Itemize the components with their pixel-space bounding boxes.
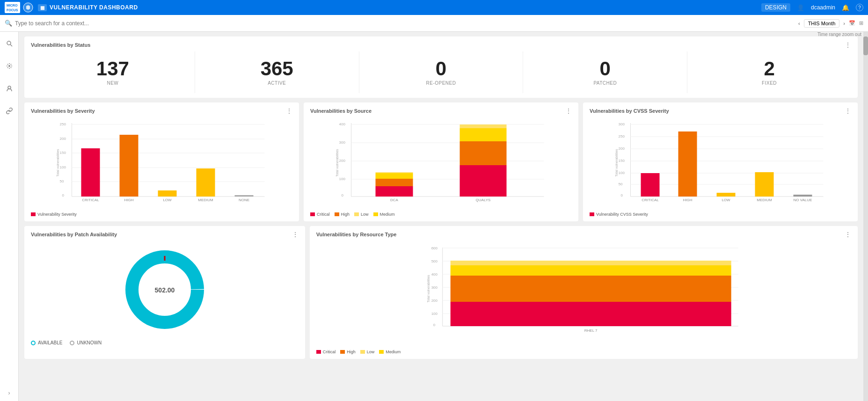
sidebar-icon-search[interactable]	[2, 36, 16, 51]
dashboard-content: Vulnerabilities by Status ⋮ 137 NEW 365 …	[19, 32, 863, 401]
resource-rhel7-high[interactable]	[450, 276, 731, 302]
legend-cvss: Vulnerability CVSS Severity	[590, 212, 648, 217]
filter-icon[interactable]: ⊞	[859, 20, 863, 26]
next-arrow[interactable]: ›	[843, 21, 845, 26]
source-qualys-low[interactable]	[460, 128, 507, 141]
source-qualys-high[interactable]	[460, 141, 507, 165]
svg-rect-40	[335, 212, 339, 216]
svg-rect-41	[354, 212, 359, 216]
svg-point-3	[8, 65, 10, 67]
svg-text:300: 300	[619, 122, 625, 126]
svg-text:0: 0	[433, 323, 435, 327]
status-new-value: 137	[96, 59, 129, 79]
source-qualys-medium[interactable]	[460, 124, 507, 128]
resource-rhel7-low[interactable]	[450, 261, 731, 265]
microfocus-logo: MICROFOCUS	[5, 2, 20, 13]
legend-cvss-label: Vulnerability CVSS Severity	[596, 212, 648, 217]
sidebar-expand-button[interactable]: ›	[8, 390, 10, 396]
severity-chart-menu[interactable]: ⋮	[286, 107, 292, 115]
svg-text:100: 100	[619, 171, 625, 175]
svg-text:300: 300	[431, 285, 438, 290]
cvss-bar-novalue[interactable]	[794, 195, 812, 197]
status-cards: 137 NEW 365 ACTIVE 0 RE-OPENED 0 PATCHED…	[31, 51, 851, 93]
svg-text:300: 300	[339, 140, 346, 145]
legend-severity-label: Vulnerability Severity	[37, 212, 77, 217]
source-qualys-critical[interactable]	[460, 165, 507, 197]
cvss-bar-critical[interactable]	[641, 173, 660, 197]
page-title: VULNERABILITY DASHBOARD	[50, 4, 138, 11]
top-bar: MICROFOCUS ▦ VULNERABILITY DASHBOARD DES…	[0, 0, 868, 15]
help-icon[interactable]: ?	[856, 4, 863, 11]
time-filter-button[interactable]: THIS Month	[804, 19, 840, 28]
user-icon: 👤	[797, 4, 804, 11]
resource-rhel7-medium[interactable]	[450, 265, 731, 276]
legend-resource-high-label: High	[347, 350, 356, 354]
status-fixed-label: FIXED	[762, 80, 777, 86]
source-dca-low[interactable]	[376, 173, 413, 179]
svg-point-4	[8, 86, 11, 89]
patch-donut-svg: 502.00	[118, 243, 212, 336]
status-section-menu[interactable]: ⋮	[845, 41, 851, 49]
cvss-bar-high[interactable]	[678, 131, 697, 197]
resource-rhel7-critical[interactable]	[450, 302, 731, 326]
status-section: Vulnerabilities by Status ⋮ 137 NEW 365 …	[24, 36, 858, 98]
source-dca-high[interactable]	[376, 179, 413, 186]
status-reopened-label: RE-OPENED	[426, 80, 456, 86]
svg-text:RHEL 7: RHEL 7	[584, 328, 597, 333]
source-dca-medium[interactable]	[376, 172, 413, 173]
prev-arrow[interactable]: ‹	[798, 21, 800, 26]
search-bar-right: ‹ THIS Month › 📅 ⊞	[798, 19, 863, 28]
patch-chart-title: Vulnerabilities by Patch Availability	[31, 232, 117, 237]
status-active-value: 365	[261, 59, 293, 79]
source-chart-menu[interactable]: ⋮	[565, 107, 572, 115]
svg-rect-24	[31, 212, 36, 216]
svg-text:LOW: LOW	[722, 198, 730, 202]
severity-chart-card: Vulnerabilities by Severity ⋮ 250 200 15…	[24, 102, 299, 221]
status-card-reopened: 0 RE-OPENED	[359, 51, 524, 93]
bar-low[interactable]	[158, 190, 177, 197]
patch-legend: AVAILABLE UNKNOWN	[31, 340, 299, 345]
right-scrollbar[interactable]	[863, 32, 868, 401]
bar-high[interactable]	[120, 135, 139, 197]
svg-text:LOW: LOW	[163, 198, 172, 202]
svg-text:DCA: DCA	[390, 198, 399, 202]
bar-critical[interactable]	[81, 148, 100, 197]
resource-chart-area: 600 500 400 300 200 100 0	[316, 242, 851, 354]
cvss-chart-menu[interactable]: ⋮	[845, 107, 851, 115]
charts-row-1: Vulnerabilities by Severity ⋮ 250 200 15…	[24, 102, 858, 221]
patch-chart-menu[interactable]: ⋮	[292, 231, 299, 238]
main-layout: › Vulnerabilities by Status ⋮ 137 NEW 36…	[0, 32, 868, 401]
source-legend: Critical High Low Medium	[310, 212, 572, 217]
sidebar-icon-settings[interactable]	[2, 59, 16, 73]
resource-chart-menu[interactable]: ⋮	[845, 231, 851, 238]
status-fixed-value: 2	[764, 59, 774, 79]
legend-resource-medium-label: Medium	[386, 350, 401, 354]
legend-resource-low: Low	[360, 350, 375, 354]
svg-text:50: 50	[60, 179, 64, 183]
svg-text:200: 200	[339, 159, 346, 163]
svg-text:600: 600	[431, 246, 438, 250]
scrollbar-thumb[interactable]	[863, 36, 868, 55]
svg-text:Total vulnerabilities: Total vulnerabilities	[56, 149, 59, 177]
svg-text:NONE: NONE	[239, 198, 249, 202]
status-card-patched: 0 PATCHED	[523, 51, 687, 93]
source-dca-critical[interactable]	[376, 186, 413, 197]
search-input[interactable]	[15, 20, 155, 27]
sidebar-icon-person[interactable]	[2, 81, 16, 95]
svg-rect-84	[360, 350, 365, 354]
resource-chart-title: Vulnerabilities by Resource Type	[316, 232, 397, 237]
notification-icon[interactable]: 🔔	[842, 4, 849, 11]
cvss-bar-low[interactable]	[717, 193, 736, 197]
cvss-bar-chart-svg: 300 250 200 150 100 50 0	[590, 118, 851, 207]
sidebar: ›	[0, 32, 19, 401]
cvss-bar-medium[interactable]	[755, 172, 774, 197]
design-button[interactable]: DESIGN	[761, 3, 790, 12]
bar-medium[interactable]	[197, 168, 215, 197]
calendar-icon[interactable]: 📅	[849, 20, 855, 26]
severity-bar-chart-svg: 250 200 150 100 50 0	[31, 118, 292, 207]
source-chart-card: Vulnerabilities by Source ⋮ 400 300 200 …	[304, 102, 578, 221]
bar-none[interactable]	[235, 195, 254, 197]
top-bar-right: DESIGN 👤 dcaadmin 🔔 ?	[761, 3, 863, 12]
sidebar-icon-link[interactable]	[2, 104, 16, 118]
severity-chart-area: 250 200 150 100 50 0	[31, 118, 292, 217]
